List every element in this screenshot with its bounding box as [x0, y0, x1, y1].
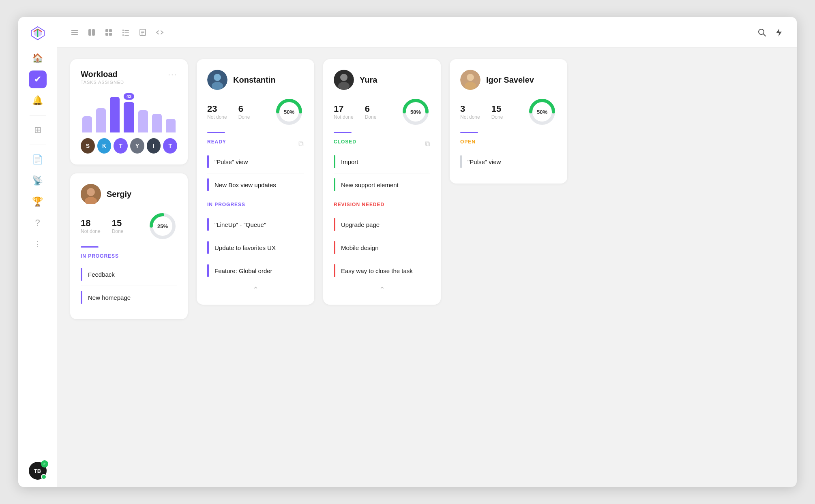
yura-revision-tasks: Upgrade page Mobile design Easy way to c… [334, 213, 430, 282]
sidebar-divider-2 [30, 145, 46, 145]
konstantin-ready-header: READY ⧉ [207, 139, 304, 149]
yura-done: 6 Done [365, 104, 377, 120]
igor-header: Igor Savelev [460, 70, 557, 90]
svg-point-35 [340, 74, 347, 81]
task-bar-pulse [207, 155, 209, 168]
sidebar-item-help[interactable]: ? [29, 214, 47, 232]
task-lineup-queue: "LineUp" - "Queue" [207, 213, 304, 236]
svg-rect-13 [122, 32, 124, 33]
board-view-icon[interactable] [87, 28, 96, 37]
svg-point-31 [212, 82, 223, 90]
svg-rect-15 [122, 34, 124, 36]
task-bar-support [334, 178, 335, 191]
checklist-view-icon[interactable] [121, 28, 130, 37]
task-igor-pulse: "Pulse" view [460, 150, 557, 173]
sidebar-item-apps[interactable]: ⊞ [29, 121, 47, 139]
svg-rect-19 [141, 32, 144, 33]
user-online-badge [41, 474, 47, 480]
svg-rect-18 [141, 31, 144, 32]
konstantin-collapse-btn[interactable]: ⌃ [207, 282, 304, 294]
svg-rect-2 [71, 30, 78, 31]
yura-header: Yura [334, 70, 430, 90]
content-area: Workload TASKS ASSIGNED ··· 43 [57, 48, 797, 487]
task-box-view: New Box view updates [207, 173, 304, 196]
lightning-icon[interactable] [774, 28, 784, 37]
sergiy-avatar [81, 184, 101, 204]
konstantin-progress-label: IN PROGRESS [207, 202, 245, 207]
konstantin-percent: 50% [284, 109, 294, 115]
topbar-view-icons [70, 28, 747, 37]
igor-name: Igor Savelev [486, 75, 534, 85]
topbar [57, 17, 797, 48]
igor-stats: 3 Not done 15 Done 50% [460, 97, 557, 126]
doc-view-icon[interactable] [138, 28, 147, 37]
sergiy-donut: 25% [148, 211, 177, 241]
code-view-icon[interactable] [155, 28, 164, 37]
copy-icon-ready[interactable]: ⧉ [298, 140, 304, 148]
task-bar-import [334, 155, 335, 168]
list-view-icon[interactable] [70, 28, 79, 37]
user-avatar[interactable]: TB 2 [29, 462, 47, 480]
avatar-y: Y [130, 138, 144, 154]
igor-donut: 50% [528, 97, 557, 126]
bar-7 [166, 119, 176, 132]
app-logo[interactable] [29, 24, 47, 42]
konstantin-progress-tasks: "LineUp" - "Queue" Update to favorites U… [207, 213, 304, 282]
sidebar-item-pulse[interactable]: 📡 [29, 172, 47, 190]
sidebar: 🏠 ✔ 🔔 ⊞ 📄 📡 🏆 ? ⋮ TB 2 [18, 17, 57, 487]
sergiy-done: 15 Done [112, 218, 124, 234]
svg-rect-6 [92, 29, 95, 36]
yura-avatar [334, 70, 354, 90]
task-bar-mobile [334, 241, 335, 254]
grid-view-icon[interactable] [104, 28, 113, 37]
konstantin-ready-tasks: "Pulse" view New Box view updates [207, 150, 304, 196]
sidebar-item-tasks[interactable]: ✔ [29, 70, 47, 88]
svg-point-36 [338, 82, 350, 90]
sidebar-item-goals[interactable]: 🏆 [29, 193, 47, 211]
svg-rect-5 [88, 29, 91, 36]
bar-4-wrap: 43 [124, 102, 134, 132]
task-bar-upgrade [334, 218, 335, 231]
workload-menu[interactable]: ··· [168, 70, 177, 79]
user-notification-badge: 2 [41, 460, 48, 468]
bar-badge-number: 43 [124, 93, 134, 100]
konstantin-donut: 50% [275, 97, 304, 126]
sergiy-stats: 18 Not done 15 Done 25% [81, 211, 177, 241]
svg-rect-9 [105, 33, 108, 36]
sidebar-item-notifications[interactable]: 🔔 [29, 92, 47, 109]
main-area: Workload TASKS ASSIGNED ··· 43 [57, 17, 797, 487]
yura-revision-label: REVISION NEEDED [334, 202, 384, 207]
sidebar-item-home[interactable]: 🏠 [29, 49, 47, 67]
igor-not-done: 3 Not done [460, 104, 480, 120]
svg-point-40 [467, 74, 474, 81]
bar-3 [110, 97, 120, 132]
task-bar-global [207, 264, 209, 277]
svg-rect-3 [71, 32, 78, 33]
task-bar-favorites [207, 241, 209, 254]
left-column: Workload TASKS ASSIGNED ··· 43 [70, 59, 188, 476]
yura-not-done: 17 Not done [334, 104, 354, 120]
workload-title-group: Workload TASKS ASSIGNED [81, 70, 124, 85]
igor-divider [460, 132, 478, 133]
yura-collapse-btn[interactable]: ⌃ [334, 282, 430, 294]
sidebar-item-more[interactable]: ⋮ [29, 235, 47, 253]
konstantin-avatar [207, 70, 227, 90]
konstantin-divider [207, 132, 225, 133]
yura-donut: 50% [401, 97, 430, 126]
svg-rect-8 [109, 29, 112, 32]
task-bar-lineup [207, 218, 209, 231]
sidebar-item-docs[interactable]: 📄 [29, 151, 47, 169]
task-bar-igor-pulse [460, 155, 462, 168]
avatar-k: K [97, 138, 112, 154]
svg-rect-16 [124, 35, 129, 36]
konstantin-name: Konstantin [233, 75, 275, 85]
yura-card: Yura 17 Not done 6 Done [323, 59, 441, 305]
task-update-favorites: Update to favorites UX [207, 236, 304, 259]
svg-marker-23 [776, 28, 782, 36]
bar-6 [152, 114, 162, 132]
svg-rect-20 [141, 34, 143, 34]
konstantin-header: Konstantin [207, 70, 304, 90]
sergiy-divider [81, 246, 99, 248]
copy-icon-closed[interactable]: ⧉ [425, 140, 430, 148]
search-icon[interactable] [757, 28, 767, 37]
